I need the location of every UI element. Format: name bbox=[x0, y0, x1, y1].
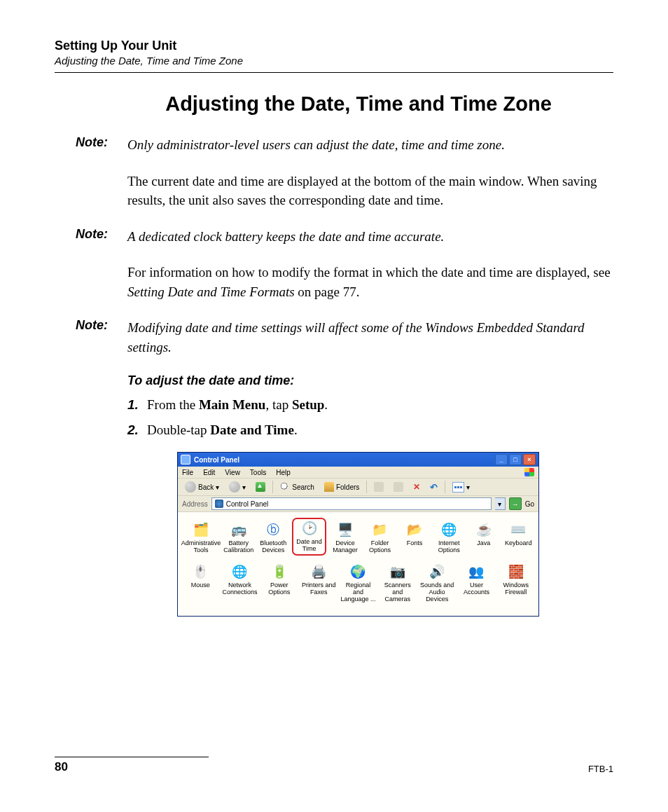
cp-item-bluetooth[interactable]: ⓑBluetooth Devices bbox=[257, 519, 288, 556]
cp-item-network[interactable]: 🌐Network Connections bbox=[221, 561, 258, 605]
firewall-icon: 🧱 bbox=[506, 563, 526, 581]
step-1: 1. From the Main Menu, tap Setup. bbox=[127, 395, 613, 415]
note-1: Note: Only administrator-level users can… bbox=[76, 135, 613, 155]
back-button[interactable]: Back ▾ bbox=[182, 481, 222, 493]
address-dropdown[interactable]: ▾ bbox=[495, 497, 506, 510]
note-label: Note: bbox=[76, 227, 127, 247]
internet-options-icon: 🌐 bbox=[439, 521, 459, 539]
step-frag: Double-tap bbox=[147, 422, 210, 437]
mouse-icon: 🖱️ bbox=[190, 563, 210, 581]
menu-help[interactable]: Help bbox=[276, 469, 291, 476]
forward-button[interactable]: ▾ bbox=[226, 481, 249, 493]
windows-flag-icon bbox=[524, 468, 534, 476]
grid-row-2: 🖱️Mouse 🌐Network Connections 🔋Power Opti… bbox=[181, 560, 536, 609]
undo-icon: ↶ bbox=[430, 482, 438, 493]
step-text: From the Main Menu, tap Setup. bbox=[147, 395, 328, 415]
menu-edit[interactable]: Edit bbox=[203, 469, 215, 476]
step-bold: Setup bbox=[292, 397, 324, 412]
chapter-title: Setting Up Your Unit bbox=[55, 39, 613, 53]
views-icon bbox=[452, 482, 464, 493]
cp-label: Sounds and Audio Devices bbox=[419, 582, 455, 603]
page-footer: 80 FTB-1 bbox=[55, 757, 613, 774]
address-value: Control Panel bbox=[226, 500, 269, 508]
search-label: Search bbox=[292, 483, 314, 491]
moveto-button[interactable] bbox=[371, 481, 387, 493]
undo-button[interactable]: ↶ bbox=[427, 481, 440, 493]
cp-item-mouse[interactable]: 🖱️Mouse bbox=[182, 561, 218, 605]
cp-item-firewall[interactable]: 🧱Windows Firewall bbox=[498, 561, 534, 605]
cp-item-regional[interactable]: 🌍Regional and Language ... bbox=[340, 561, 376, 605]
step-frag: , tap bbox=[265, 397, 291, 412]
cp-item-battery-calibration[interactable]: 🚌Battery Calibration bbox=[223, 519, 254, 556]
cp-item-printers[interactable]: 🖨️Printers and Faxes bbox=[300, 561, 337, 605]
cp-label: Scanners and Cameras bbox=[380, 582, 416, 603]
delete-button[interactable]: ✕ bbox=[410, 481, 423, 493]
running-header: Setting Up Your Unit Adjusting the Date,… bbox=[55, 39, 613, 73]
views-button[interactable]: ▾ bbox=[450, 481, 473, 493]
folders-button[interactable]: Folders bbox=[321, 481, 362, 493]
menu-file[interactable]: File bbox=[182, 469, 193, 476]
java-icon: ☕ bbox=[474, 521, 494, 539]
step-text: Double-tap Date and Time. bbox=[147, 420, 298, 440]
note-text: A dedicated clock battery keeps the date… bbox=[127, 227, 444, 247]
fonts-icon: 📂 bbox=[405, 521, 424, 539]
toolbar: Back ▾ ▾ Search Folders bbox=[178, 479, 538, 496]
step-frag: . bbox=[294, 422, 298, 437]
note-label: Note: bbox=[76, 318, 127, 357]
address-label: Address bbox=[182, 500, 208, 508]
scanners-icon: 📷 bbox=[388, 563, 408, 581]
cp-item-admin-tools[interactable]: 🗂️Administrative Tools bbox=[182, 519, 220, 556]
cp-item-user-accounts[interactable]: 👥User Accounts bbox=[458, 561, 494, 605]
menu-tools[interactable]: Tools bbox=[250, 469, 266, 476]
procedure-title: To adjust the date and time: bbox=[127, 373, 613, 388]
page-heading: Adjusting the Date, Time and Time Zone bbox=[104, 92, 613, 116]
cp-item-power-options[interactable]: 🔋Power Options bbox=[261, 561, 298, 605]
maximize-button[interactable]: □ bbox=[509, 454, 522, 465]
note-text: Modifying date and time settings will af… bbox=[127, 318, 613, 357]
step-bold: Date and Time bbox=[210, 422, 294, 437]
search-icon bbox=[280, 482, 290, 492]
close-button[interactable]: × bbox=[523, 454, 536, 465]
body-paragraph-1: The current date and time are displayed … bbox=[127, 172, 613, 210]
cp-item-device-manager[interactable]: 🖥️Device Manager bbox=[329, 519, 361, 556]
dropdown-caret-icon: ▾ bbox=[216, 483, 219, 491]
cp-label: Administrative Tools bbox=[181, 540, 221, 554]
cp-item-folder-options[interactable]: 📁Folder Options bbox=[364, 519, 396, 556]
cp-item-date-and-time[interactable]: 🕑Date and Time bbox=[292, 518, 326, 556]
cp-label: Folder Options bbox=[364, 540, 396, 554]
address-bar: Address Control Panel ▾ → Go bbox=[178, 496, 538, 512]
go-button[interactable]: → bbox=[509, 497, 522, 510]
cp-label: Network Connections bbox=[221, 582, 258, 596]
folder-options-icon: 📁 bbox=[370, 521, 389, 539]
cp-item-scanners[interactable]: 📷Scanners and Cameras bbox=[380, 561, 416, 605]
grid-row-1: 🗂️Administrative Tools 🚌Battery Calibrat… bbox=[181, 518, 536, 560]
step-frag: . bbox=[324, 397, 328, 412]
titlebar[interactable]: Control Panel _ □ × bbox=[178, 453, 538, 467]
cp-item-sounds[interactable]: 🔊Sounds and Audio Devices bbox=[419, 561, 455, 605]
regional-icon: 🌍 bbox=[348, 563, 368, 581]
cp-item-keyboard[interactable]: ⌨️Keyboard bbox=[503, 519, 534, 556]
address-field[interactable]: Control Panel bbox=[211, 497, 492, 510]
menu-view[interactable]: View bbox=[225, 469, 240, 476]
cp-label: Power Options bbox=[261, 582, 298, 596]
cp-item-java[interactable]: ☕Java bbox=[468, 519, 499, 556]
footer-rule bbox=[55, 757, 209, 757]
dropdown-caret-icon: ▾ bbox=[466, 483, 470, 491]
device-manager-icon: 🖥️ bbox=[335, 521, 355, 539]
cp-item-fonts[interactable]: 📂Fonts bbox=[398, 519, 430, 556]
moveto-icon bbox=[374, 482, 384, 492]
up-folder-icon bbox=[256, 482, 265, 492]
page-number: 80 bbox=[55, 760, 68, 774]
search-button[interactable]: Search bbox=[277, 481, 317, 493]
header-rule bbox=[55, 72, 613, 73]
cp-label: Bluetooth Devices bbox=[257, 540, 288, 554]
cp-item-internet-options[interactable]: 🌐Internet Options bbox=[433, 519, 465, 556]
cp-label: Printers and Faxes bbox=[300, 582, 337, 596]
step-number: 2. bbox=[127, 420, 147, 440]
para-text: For information on how to modify the for… bbox=[127, 265, 611, 280]
up-button[interactable] bbox=[253, 481, 268, 493]
minimize-button[interactable]: _ bbox=[495, 454, 508, 465]
copyto-button[interactable] bbox=[391, 481, 406, 493]
toolbar-separator bbox=[272, 481, 273, 493]
battery-icon: 🚌 bbox=[229, 521, 249, 539]
